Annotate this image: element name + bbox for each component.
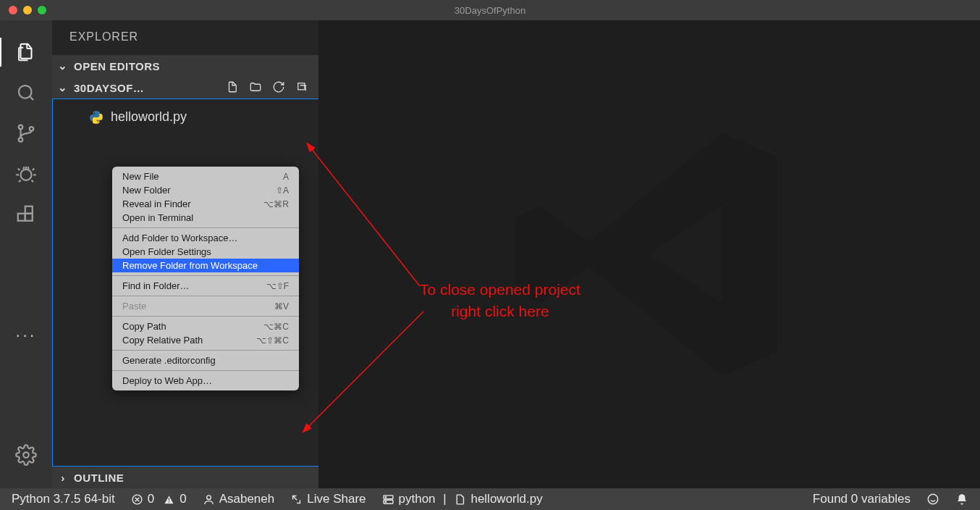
window-minimize-button[interactable] xyxy=(23,6,32,14)
explorer-title: EXPLORER xyxy=(52,20,318,55)
files-icon xyxy=(15,41,37,63)
new-folder-icon[interactable] xyxy=(249,80,262,96)
vscode-logo-watermark xyxy=(497,102,801,406)
svg-point-13 xyxy=(206,495,211,499)
activity-debug[interactable] xyxy=(9,154,43,194)
context-menu-item-shortcut: ⌥⇧⌘C xyxy=(256,335,289,346)
context-menu-item-label: New Folder xyxy=(122,185,170,196)
status-variables[interactable]: Found 0 variables xyxy=(813,492,911,506)
svg-line-10 xyxy=(311,149,420,286)
context-menu-item-shortcut: ⇧A xyxy=(276,185,289,196)
context-menu-item[interactable]: Remove Folder from Workspace xyxy=(112,259,299,272)
gear-icon xyxy=(15,444,37,466)
chevron-down-icon: ⌄ xyxy=(58,59,68,72)
svg-point-3 xyxy=(30,127,34,131)
context-menu-item-label: Deploy to Web App… xyxy=(122,375,212,386)
context-menu-item[interactable]: Copy Relative Path⌥⇧⌘C xyxy=(112,333,299,347)
context-menu-item-label: Remove Folder from Workspace xyxy=(122,260,258,271)
activity-search[interactable] xyxy=(9,72,43,113)
context-menu-item-shortcut: A xyxy=(283,172,289,182)
context-menu-item[interactable]: New FileA xyxy=(112,170,299,183)
status-liveshare[interactable]: Live Share xyxy=(290,492,366,506)
context-menu-item-label: Copy Path xyxy=(122,321,166,332)
status-problems[interactable]: 0 0 xyxy=(131,492,187,506)
open-editors-header[interactable]: ⌄ OPEN EDITORS xyxy=(52,55,318,77)
extensions-icon xyxy=(15,204,37,225)
svg-rect-5 xyxy=(18,214,25,221)
file-icon xyxy=(454,493,466,506)
svg-point-17 xyxy=(385,501,386,501)
refresh-icon[interactable] xyxy=(272,80,285,96)
collapse-all-icon[interactable] xyxy=(295,80,308,96)
open-editors-label: OPEN EDITORS xyxy=(74,60,160,72)
status-kernel[interactable]: python | helloworld.py xyxy=(382,492,543,506)
annotation-arrow xyxy=(300,308,431,435)
context-menu-item-label: New File xyxy=(122,171,159,182)
bug-icon xyxy=(15,163,37,185)
context-menu-item[interactable]: New Folder⇧A xyxy=(112,183,299,197)
titlebar: 30DaysOfPython xyxy=(0,0,980,20)
svg-point-8 xyxy=(23,452,29,458)
status-feedback[interactable] xyxy=(926,493,939,506)
context-menu-item[interactable]: Generate .editorconfig xyxy=(112,354,299,367)
activity-bar: ··· xyxy=(0,20,52,488)
outline-header[interactable]: › OUTLINE xyxy=(52,467,318,488)
branch-icon xyxy=(15,122,37,144)
context-menu-item-label: Find in Folder… xyxy=(122,280,189,291)
context-menu-item-shortcut: ⌥⌘C xyxy=(263,322,289,332)
activity-settings[interactable] xyxy=(9,435,43,475)
svg-point-0 xyxy=(19,85,32,99)
python-icon xyxy=(89,110,104,125)
context-menu-item[interactable]: Deploy to Web App… xyxy=(112,374,299,388)
chevron-down-icon: ⌄ xyxy=(58,81,68,94)
svg-line-11 xyxy=(308,312,423,427)
context-menu-item[interactable]: Reveal in Finder⌥⌘R xyxy=(112,197,299,211)
svg-point-4 xyxy=(21,170,32,180)
context-menu-item[interactable]: Open in Terminal xyxy=(112,211,299,225)
svg-point-16 xyxy=(385,496,386,497)
activity-extensions[interactable] xyxy=(9,194,43,235)
context-menu-item[interactable]: Add Folder to Workspace… xyxy=(112,231,299,245)
svg-point-1 xyxy=(19,125,23,130)
svg-rect-7 xyxy=(25,206,33,214)
new-file-icon[interactable] xyxy=(226,80,239,96)
search-icon xyxy=(15,82,37,104)
file-name: helloworld.py xyxy=(111,109,187,125)
window-maximize-button[interactable] xyxy=(38,6,46,14)
annotation-arrow xyxy=(304,141,427,301)
context-menu-item[interactable]: Paste⌘V xyxy=(112,299,299,313)
context-menu-item-shortcut: ⌥⌘R xyxy=(263,199,289,209)
context-menu-item-shortcut: ⌘V xyxy=(274,301,289,312)
context-menu-item[interactable]: Find in Folder…⌥⇧F xyxy=(112,279,299,293)
context-menu-item-label: Open in Terminal xyxy=(122,212,193,223)
context-menu-item-label: Generate .editorconfig xyxy=(122,355,216,366)
project-header[interactable]: ⌄ 30DAYSOF… xyxy=(52,77,318,99)
chevron-right-icon: › xyxy=(58,472,68,484)
annotation-text: To close opened project right click here xyxy=(420,279,580,323)
activity-more[interactable]: ··· xyxy=(15,317,36,352)
outline-label: OUTLINE xyxy=(74,472,124,484)
project-name: 30DAYSOF… xyxy=(74,82,144,94)
context-menu-item[interactable]: Open Folder Settings xyxy=(112,245,299,259)
window-title: 30DaysOfPython xyxy=(0,5,980,16)
activity-explorer[interactable] xyxy=(9,32,43,72)
context-menu-item-shortcut: ⌥⇧F xyxy=(266,281,289,291)
status-python-version[interactable]: Python 3.7.5 64-bit xyxy=(12,492,115,506)
context-menu-item[interactable]: Copy Path⌥⌘C xyxy=(112,319,299,333)
status-notifications[interactable] xyxy=(955,493,968,506)
context-menu-item-label: Open Folder Settings xyxy=(122,246,211,257)
server-icon xyxy=(382,493,394,506)
window-close-button[interactable] xyxy=(9,6,17,14)
context-menu-item-label: Paste xyxy=(122,301,146,312)
activity-source-control[interactable] xyxy=(9,113,43,154)
context-menu-item-label: Add Folder to Workspace… xyxy=(122,233,237,243)
svg-rect-9 xyxy=(298,83,305,89)
liveshare-icon xyxy=(290,493,303,506)
person-icon xyxy=(203,493,215,506)
status-bar: Python 3.7.5 64-bit 0 0 Asabeneh Live Sh… xyxy=(0,488,980,510)
status-liveshare-user[interactable]: Asabeneh xyxy=(203,492,275,506)
bell-icon xyxy=(955,493,968,506)
file-item[interactable]: helloworld.py xyxy=(53,106,318,128)
context-menu: New FileANew Folder⇧AReveal in Finder⌥⌘R… xyxy=(112,167,299,390)
context-menu-item-label: Copy Relative Path xyxy=(122,335,203,346)
